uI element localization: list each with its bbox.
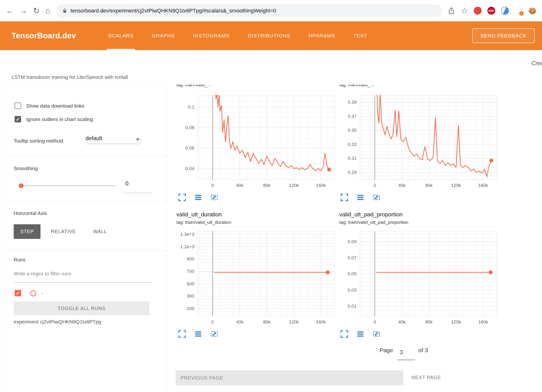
svg-text:80k: 80k xyxy=(425,319,433,324)
run-color-circle xyxy=(30,290,36,296)
pagination-page-label: Page xyxy=(380,347,393,354)
tab-text[interactable]: TEXT xyxy=(352,21,369,50)
fit-domain-icon[interactable] xyxy=(210,330,218,338)
svg-text:80k: 80k xyxy=(263,319,271,324)
truncated-create-text: Crea xyxy=(531,60,542,67)
cropped-chart-tag-right: tag: train/valid_… xyxy=(339,85,440,88)
chart-toolbar xyxy=(178,193,218,202)
experiment-description: LSTM transducer training for LibriSpeech… xyxy=(12,74,128,80)
svg-text:0: 0 xyxy=(211,183,214,188)
bookmark-star-icon[interactable]: ☆ xyxy=(461,7,468,15)
svg-text:40k: 40k xyxy=(236,183,243,188)
url-text: tensorboard.dev/experiment/cj2vtPiwQHKN9… xyxy=(71,8,276,14)
svg-text:160k: 160k xyxy=(316,183,326,188)
fit-domain-icon[interactable] xyxy=(372,193,381,202)
tensorboard-page: ← → ↻ ⌂ tensorboard.dev/experiment/cj2vt… xyxy=(0,0,542,392)
svg-text:500: 500 xyxy=(187,281,194,286)
next-page-button[interactable]: NEXT PAGE xyxy=(411,375,441,380)
fit-domain-icon[interactable] xyxy=(210,193,218,202)
horizontal-axis-buttons: STEP RELATIVE WALL xyxy=(14,224,114,239)
runs-input-underline xyxy=(14,282,152,282)
chart-toolbar xyxy=(178,330,218,338)
expand-chart-icon[interactable] xyxy=(178,193,186,202)
extension-pie-icon[interactable] xyxy=(501,7,509,15)
svg-text:0.09: 0.09 xyxy=(348,239,357,244)
toggle-all-runs-button[interactable]: TOGGLE ALL RUNS xyxy=(14,301,150,315)
svg-text:40k: 40k xyxy=(398,319,406,324)
settings-sidebar: Show data download links Ignore outliers… xyxy=(2,85,166,392)
previous-page-button[interactable]: PREVIOUS PAGE xyxy=(176,370,403,385)
cookie-icon[interactable]: 🍪 xyxy=(529,8,536,14)
svg-text:0.01: 0.01 xyxy=(348,304,357,309)
show-download-links-checkbox[interactable] xyxy=(15,103,21,109)
svg-text:0.07: 0.07 xyxy=(348,255,357,260)
extension-blocker-icon[interactable] xyxy=(474,7,482,15)
send-feedback-button[interactable]: SEND FEEDBACK xyxy=(472,28,535,43)
divider xyxy=(3,250,166,250)
horizontal-axis-label: Horizontal Axis xyxy=(14,210,47,216)
tab-histograms[interactable]: HISTOGRAMS xyxy=(191,21,231,50)
pagination-of-label: of 3 xyxy=(418,347,428,354)
data-series-icon[interactable] xyxy=(356,330,364,338)
smoothing-slider[interactable] xyxy=(19,185,116,186)
scalar-chart-top-right[interactable]: 0.290.310.330.350.370.39040k80k120k160k xyxy=(336,95,497,191)
smoothing-slider-thumb[interactable] xyxy=(19,183,23,188)
axis-wall-button[interactable]: WALL xyxy=(86,224,114,239)
svg-text:120k: 120k xyxy=(289,183,299,188)
show-download-links-label: Show data download links xyxy=(26,103,84,109)
smoothing-input-underline xyxy=(123,193,152,193)
page-number-input[interactable] xyxy=(398,349,417,356)
data-series-icon[interactable] xyxy=(194,193,202,202)
tooltip-sorting-select[interactable]: default xyxy=(86,135,141,144)
svg-text:120k: 120k xyxy=(451,319,461,324)
scalar-chart-top-left[interactable]: 0.040.060.080.1040k80k120k160k xyxy=(174,95,335,191)
scalar-chart-valid-utt-duration[interactable]: 1003005007009001.1e+31.3e+3040k80k120k16… xyxy=(174,231,335,327)
svg-text:0.35: 0.35 xyxy=(348,128,357,133)
back-icon[interactable]: ← xyxy=(6,7,14,15)
chart-tag: tag: train/valid_utt_duration xyxy=(176,220,231,225)
ignore-outliers-checkbox[interactable] xyxy=(15,116,21,122)
svg-text:0.29: 0.29 xyxy=(348,170,357,175)
extension-abp-icon[interactable]: ABP xyxy=(487,7,495,15)
tab-distributions[interactable]: DISTRIBUTIONS xyxy=(246,21,292,50)
svg-text:0.31: 0.31 xyxy=(348,156,357,161)
home-icon[interactable]: ⌂ xyxy=(46,7,50,15)
expand-chart-icon[interactable] xyxy=(340,330,348,338)
data-series-icon[interactable] xyxy=(356,193,364,202)
runs-regex-input[interactable] xyxy=(14,271,152,277)
ignore-outliers-label: Ignore outliers in chart scaling xyxy=(26,116,93,122)
expand-chart-icon[interactable] xyxy=(340,193,348,202)
tab-graphs[interactable]: GRAPHS xyxy=(150,21,176,50)
axis-step-button[interactable]: STEP xyxy=(14,224,40,239)
dropdown-caret-icon xyxy=(136,138,140,141)
forward-icon[interactable]: → xyxy=(19,7,27,15)
svg-text:100: 100 xyxy=(187,306,194,311)
tab-hparams[interactable]: HPARAMS xyxy=(307,21,337,50)
svg-text:1.1e+3: 1.1e+3 xyxy=(180,244,194,249)
run-checkbox[interactable] xyxy=(15,290,21,296)
profile-avatar[interactable]: 1 xyxy=(515,7,523,15)
svg-text:0.37: 0.37 xyxy=(348,114,357,119)
tooltip-sorting-label: Tooltip sorting method: xyxy=(14,138,64,144)
share-icon[interactable] xyxy=(448,7,455,14)
data-series-icon[interactable] xyxy=(194,330,202,338)
browser-toolbar: ← → ↻ ⌂ tensorboard.dev/experiment/cj2vt… xyxy=(0,0,542,21)
page-input-underline xyxy=(398,360,415,360)
svg-text:80k: 80k xyxy=(425,183,433,188)
reload-icon[interactable]: ↻ xyxy=(33,7,40,15)
address-bar[interactable]: tensorboard.dev/experiment/cj2vtPiwQHKN9… xyxy=(56,4,442,17)
chart-toolbar xyxy=(340,193,381,202)
svg-text:160k: 160k xyxy=(478,183,488,188)
svg-text:0: 0 xyxy=(374,183,376,188)
axis-relative-button[interactable]: RELATIVE xyxy=(44,224,82,239)
avatar-badge: 1 xyxy=(519,11,524,16)
svg-text:0.03: 0.03 xyxy=(348,288,357,293)
svg-text:0.39: 0.39 xyxy=(348,100,357,105)
svg-text:0.04: 0.04 xyxy=(185,166,194,171)
smoothing-value-input[interactable] xyxy=(123,180,152,187)
expand-chart-icon[interactable] xyxy=(178,330,186,338)
scalar-chart-valid-utt-pad-proportion[interactable]: 0.010.030.050.070.09040k80k120k160k xyxy=(336,231,497,327)
fit-domain-icon[interactable] xyxy=(372,330,381,338)
svg-text:700: 700 xyxy=(187,269,194,274)
tab-scalars[interactable]: SCALARS xyxy=(107,21,135,50)
